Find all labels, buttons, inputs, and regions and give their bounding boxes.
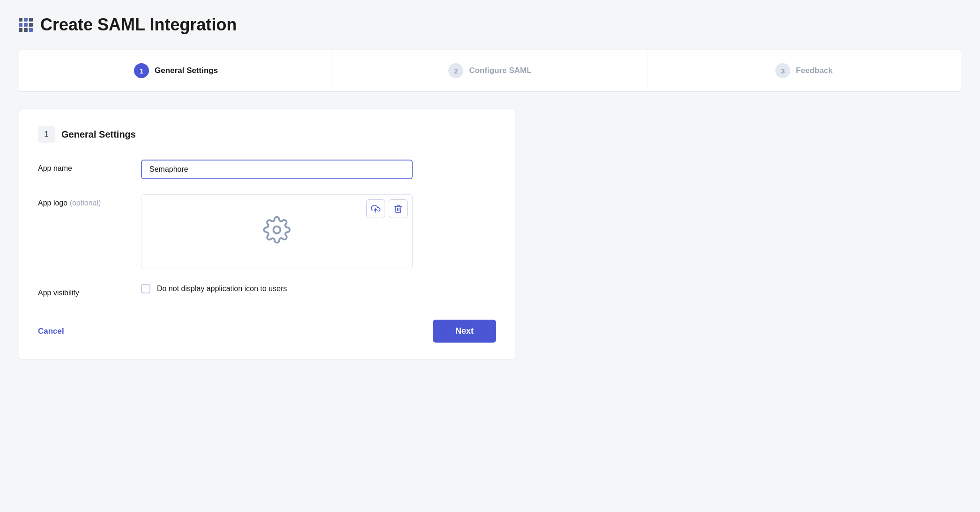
app-visibility-label: App visibility [38, 284, 141, 297]
app-grid-icon [19, 18, 33, 32]
app-logo-control [141, 194, 496, 269]
app-visibility-row: App visibility Do not display applicatio… [38, 284, 496, 297]
svg-point-1 [274, 227, 281, 234]
logo-action-buttons [366, 199, 408, 218]
visibility-checkbox[interactable] [141, 284, 150, 293]
logo-placeholder-icon [263, 216, 291, 248]
step-general-settings[interactable]: 1 General Settings [19, 50, 333, 91]
form-card: 1 General Settings App name App logo (op… [19, 109, 515, 360]
form-footer: Cancel Next [38, 316, 496, 343]
visibility-checkbox-label: Do not display application icon to users [157, 285, 287, 293]
cancel-button[interactable]: Cancel [38, 323, 64, 340]
step-2-number: 2 [448, 63, 463, 78]
app-name-control [141, 160, 496, 179]
section-title: General Settings [61, 129, 136, 140]
app-logo-label: App logo (optional) [38, 194, 141, 207]
section-number: 1 [38, 126, 55, 143]
step-3-label: Feedback [796, 66, 832, 75]
app-name-row: App name [38, 160, 496, 179]
page-header: Create SAML Integration [19, 15, 961, 35]
delete-logo-button[interactable] [389, 199, 408, 218]
app-name-input[interactable] [141, 160, 413, 179]
next-button[interactable]: Next [433, 320, 496, 343]
step-feedback[interactable]: 3 Feedback [647, 50, 961, 91]
stepper: 1 General Settings 2 Configure SAML 3 Fe… [19, 50, 961, 92]
form-section-header: 1 General Settings [38, 126, 496, 143]
trash-icon [393, 204, 403, 213]
step-3-number: 3 [775, 63, 790, 78]
step-1-number: 1 [134, 63, 149, 78]
step-2-label: Configure SAML [469, 66, 531, 75]
app-visibility-control: Do not display application icon to users [141, 284, 496, 293]
app-name-label: App name [38, 160, 141, 173]
visibility-checkbox-row: Do not display application icon to users [141, 284, 496, 293]
page-title: Create SAML Integration [40, 15, 237, 35]
step-configure-saml[interactable]: 2 Configure SAML [333, 50, 647, 91]
upload-icon [371, 204, 380, 213]
logo-upload-area[interactable] [141, 194, 413, 269]
app-logo-row: App logo (optional) [38, 194, 496, 269]
step-1-label: General Settings [155, 66, 218, 75]
upload-logo-button[interactable] [366, 199, 385, 218]
